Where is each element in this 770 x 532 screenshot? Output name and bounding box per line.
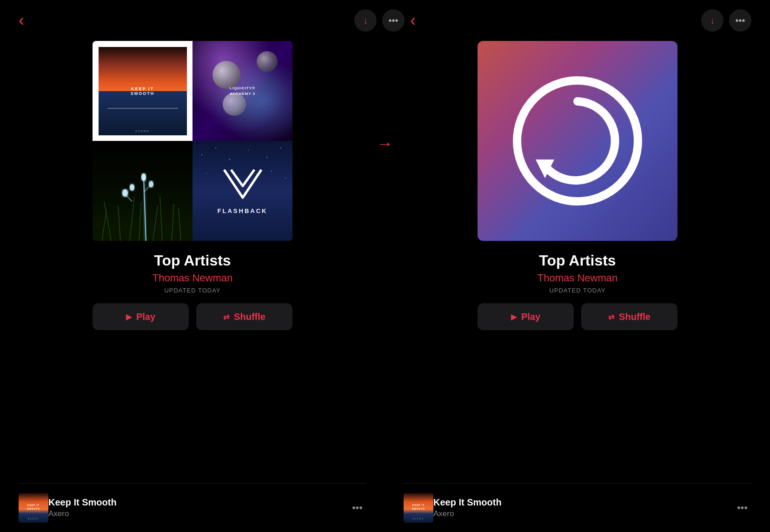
left-playlist-updated: UPDATED TODAY <box>153 287 232 294</box>
more-button-center[interactable]: ••• <box>382 9 405 32</box>
left-play-label: Play <box>136 312 155 322</box>
album-1-title-text: KEEP IT SMOOTH <box>120 86 165 96</box>
svg-point-21 <box>266 157 267 158</box>
bottom-tracks: KEEP IT SMOOTH AXERO Keep It Smooth Axer… <box>0 483 770 532</box>
svg-point-18 <box>215 147 216 148</box>
right-play-label: Play <box>521 312 540 322</box>
left-playlist-title: Top Artists <box>153 252 232 269</box>
svg-text:KEEP IT: KEEP IT <box>27 504 40 506</box>
right-playlist-author: Thomas Newman <box>538 272 617 284</box>
left-playlist-info: Top Artists Thomas Newman UPDATED TODAY <box>153 252 232 294</box>
left-track-info: Keep It Smooth Axero <box>48 497 348 519</box>
album-grid-left: KEEP IT SMOOTH AXERO LIQUICITY®ALCHEMY 3 <box>93 41 292 241</box>
play-icon-left: ▶ <box>126 313 132 321</box>
shuffle-icon-left: ⇄ <box>223 313 229 321</box>
left-track-more-button[interactable]: ••• <box>348 498 366 518</box>
right-action-buttons: ▶ Play ⇄ Shuffle <box>478 303 677 330</box>
svg-line-2 <box>118 206 120 241</box>
right-track-thumbnail[interactable]: KEEP IT SMOOTH AXERO <box>404 493 433 523</box>
svg-point-24 <box>271 171 272 172</box>
right-play-button[interactable]: ▶ Play <box>478 303 574 330</box>
left-action-buttons: ▶ Play ⇄ Shuffle <box>93 303 292 330</box>
svg-text:SMOOTH: SMOOTH <box>27 507 40 510</box>
right-playlist-info: Top Artists Thomas Newman UPDATED TODAY <box>538 252 617 294</box>
flowers-svg <box>93 141 192 241</box>
download-button-center[interactable]: ↓ <box>354 9 377 32</box>
svg-line-7 <box>172 204 174 241</box>
main-panels: KEEP IT SMOOTH AXERO LIQUICITY®ALCHEMY 3 <box>0 41 770 345</box>
album-2-title-text: LIQUICITY®ALCHEMY 3 <box>230 86 255 97</box>
svg-point-25 <box>285 178 286 179</box>
right-track-info: Keep It Smooth Axero <box>433 497 733 519</box>
svg-point-22 <box>280 147 281 148</box>
album-4-artwork: FLASHBACK <box>192 141 292 241</box>
left-track-name: Keep It Smooth <box>48 497 348 508</box>
top-navigation: ‹ ↓ ••• ‹ ↓ ••• <box>0 0 770 41</box>
svg-point-12 <box>130 184 134 191</box>
left-track-artist: Axero <box>48 509 348 519</box>
svg-point-17 <box>201 154 202 155</box>
download-button-right[interactable]: ↓ <box>701 9 724 32</box>
album-3-artwork <box>93 141 192 241</box>
album-1-artwork: KEEP IT SMOOTH AXERO <box>99 47 187 135</box>
transition-arrow: → <box>366 41 404 153</box>
nav-center-controls: ↓ ••• ‹ <box>354 9 416 32</box>
play-icon-right: ▶ <box>511 313 517 321</box>
album-1-brand-text: AXERO <box>135 130 150 133</box>
left-play-button[interactable]: ▶ Play <box>93 303 189 330</box>
flashback-stars-svg <box>192 141 292 241</box>
left-track-thumbnail[interactable]: KEEP IT SMOOTH AXERO <box>19 493 48 523</box>
more-button-right[interactable]: ••• <box>729 9 751 32</box>
svg-point-14 <box>141 173 146 181</box>
svg-line-13 <box>144 178 146 241</box>
back-button-left[interactable]: ‹ <box>19 12 24 29</box>
svg-point-20 <box>248 150 249 151</box>
album-flashback[interactable]: FLASHBACK <box>192 141 292 241</box>
svg-point-23 <box>206 173 207 174</box>
svg-line-6 <box>160 197 162 241</box>
album-keep-it-smooth[interactable]: KEEP IT SMOOTH AXERO <box>93 41 192 141</box>
forward-arrow-icon: → <box>377 134 393 153</box>
svg-line-5 <box>153 206 158 241</box>
download-icon-right: ↓ <box>710 15 715 26</box>
right-track-artist: Axero <box>433 509 733 519</box>
left-track-thumb-svg: KEEP IT SMOOTH AXERO <box>19 493 48 523</box>
album-flowers[interactable] <box>93 141 192 241</box>
right-shuffle-label: Shuffle <box>619 312 651 322</box>
left-shuffle-button[interactable]: ⇄ Shuffle <box>196 303 292 330</box>
svg-text:AXERO: AXERO <box>28 518 39 520</box>
right-track-thumb-svg: KEEP IT SMOOTH AXERO <box>404 493 433 523</box>
more-icon-right: ••• <box>735 15 745 26</box>
left-track-item: KEEP IT SMOOTH AXERO Keep It Smooth Axer… <box>19 483 366 532</box>
download-icon-center: ↓ <box>363 15 368 26</box>
right-track-name: Keep It Smooth <box>433 497 733 508</box>
svg-line-8 <box>179 208 181 241</box>
single-album-art[interactable] <box>478 41 677 241</box>
svg-text:SMOOTH: SMOOTH <box>412 507 425 510</box>
svg-point-19 <box>229 159 230 160</box>
left-panel: KEEP IT SMOOTH AXERO LIQUICITY®ALCHEMY 3 <box>19 41 366 345</box>
right-playlist-updated: UPDATED TODAY <box>538 287 617 294</box>
svg-text:AXERO: AXERO <box>413 518 424 520</box>
shuffle-icon-right: ⇄ <box>608 313 614 321</box>
right-shuffle-button[interactable]: ⇄ Shuffle <box>581 303 677 330</box>
album-liquicity[interactable]: LIQUICITY®ALCHEMY 3 <box>192 41 292 141</box>
svg-point-11 <box>122 189 128 197</box>
back-button-center[interactable]: ‹ <box>410 12 416 29</box>
svg-line-0 <box>102 211 106 241</box>
nav-right-controls: ↓ ••• <box>701 9 751 32</box>
left-playlist-author: Thomas Newman <box>153 272 232 284</box>
album-2-artwork: LIQUICITY®ALCHEMY 3 <box>192 41 292 141</box>
right-panel: Top Artists Thomas Newman UPDATED TODAY … <box>404 41 751 345</box>
right-track-item: KEEP IT SMOOTH AXERO Keep It Smooth Axer… <box>404 483 751 532</box>
svg-line-4 <box>139 201 141 241</box>
right-track-more-button[interactable]: ••• <box>733 498 751 518</box>
svg-text:KEEP IT: KEEP IT <box>412 504 425 506</box>
more-icon-center: ••• <box>388 15 398 26</box>
svg-point-16 <box>149 181 153 187</box>
recycle-logo-svg <box>510 73 645 208</box>
right-playlist-title: Top Artists <box>538 252 617 269</box>
left-shuffle-label: Shuffle <box>234 312 266 322</box>
bottom-spacer <box>366 483 404 532</box>
